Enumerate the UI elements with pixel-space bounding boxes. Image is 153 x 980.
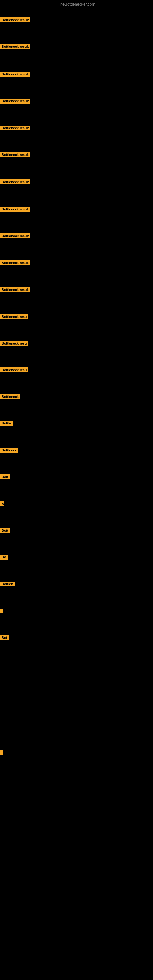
bottleneck-row: Bo <box>0 555 8 561</box>
bottleneck-badge: Bo <box>0 555 8 560</box>
bottleneck-badge: Bottleneck result <box>0 287 30 292</box>
bottleneck-row: Bottleneck resu <box>0 368 29 374</box>
bottleneck-badge: Bottleneck result <box>0 152 30 157</box>
bottleneck-badge: | <box>0 609 3 613</box>
bottleneck-row: Bottleneck result <box>0 72 30 78</box>
bottleneck-badge: Bottleneck resu <box>0 314 29 319</box>
bottleneck-badge: | <box>0 750 3 755</box>
bottleneck-badge: Bottleneck result <box>0 99 30 103</box>
bottleneck-badge: Bottleneck result <box>0 260 30 265</box>
bottleneck-badge: B <box>0 501 4 506</box>
bottleneck-row: Bottleneck result <box>0 44 30 50</box>
bottleneck-row: | <box>0 750 3 756</box>
bottleneck-row: Bott <box>0 528 10 534</box>
bottleneck-badge: Bottleneck result <box>0 72 30 76</box>
bottleneck-row: Bot <box>0 635 9 641</box>
bottleneck-row: Bottleneck result <box>0 233 30 240</box>
bottleneck-badge: Bottlenec <box>0 448 18 453</box>
bottleneck-row: Bottleneck result <box>0 126 30 132</box>
bottleneck-row: Bottleneck result <box>0 180 30 186</box>
bottleneck-row: Bottleneck result <box>0 18 30 24</box>
bottleneck-row: Bottleneck <box>0 394 20 400</box>
bottleneck-badge: Bottleneck resu <box>0 341 29 346</box>
bottleneck-row: B <box>0 501 4 508</box>
bottleneck-badge: Bottleneck result <box>0 180 30 185</box>
bottleneck-row: Bottlen <box>0 582 15 588</box>
bottleneck-row: Bottleneck result <box>0 260 30 266</box>
bottleneck-badge: Bottleneck result <box>0 233 30 238</box>
bottleneck-badge: Bottleneck result <box>0 18 30 22</box>
bottleneck-badge: Bottleneck result <box>0 126 30 130</box>
bottleneck-row: Bottleneck resu <box>0 341 29 347</box>
bottleneck-badge: Bot <box>0 635 9 640</box>
bottleneck-badge: Bottleneck resu <box>0 368 29 372</box>
bottleneck-badge: Bott <box>0 528 10 533</box>
bottleneck-badge: Bottlen <box>0 582 15 587</box>
bottleneck-row: | <box>0 609 3 615</box>
bottleneck-badge: Bottleneck result <box>0 207 30 212</box>
bottleneck-row: Bottle <box>0 421 13 427</box>
bottleneck-row: Bottleneck result <box>0 99 30 105</box>
bottleneck-row: Bott <box>0 474 10 480</box>
bottleneck-badge: Bott <box>0 474 10 479</box>
bottleneck-row: Bottleneck result <box>0 287 30 293</box>
bottleneck-row: Bottleneck result <box>0 152 30 158</box>
bottleneck-badge: Bottle <box>0 421 13 426</box>
bottleneck-row: Bottlenec <box>0 448 18 454</box>
bottleneck-row: Bottleneck result <box>0 207 30 213</box>
bottleneck-row: Bottleneck resu <box>0 314 29 320</box>
bottleneck-badge: Bottleneck result <box>0 44 30 49</box>
bottleneck-badge: Bottleneck <box>0 394 20 399</box>
site-title: TheBottlenecker.com <box>0 2 153 6</box>
